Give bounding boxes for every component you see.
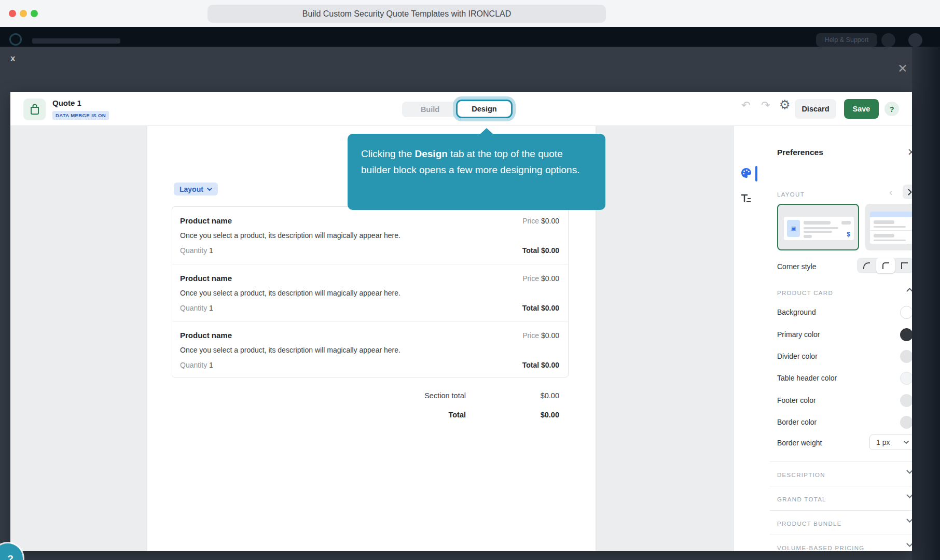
layout-thumbnail-card: ▣ $	[784, 217, 854, 240]
product-price: Price $0.00	[522, 331, 559, 340]
chevron-down-icon	[906, 519, 912, 523]
product-description: Once you select a product, its descripti…	[180, 231, 400, 240]
product-name: Product name	[180, 274, 232, 283]
preferences-panel: Preferences ✕ LAYOUT ‹ ▣ $	[758, 126, 912, 551]
chevron-down-icon	[906, 470, 912, 474]
divider-color-swatch[interactable]	[900, 350, 912, 363]
quote-title: Quote 1	[52, 99, 81, 107]
tab-design[interactable]: Design	[458, 101, 511, 117]
footer-color-swatch[interactable]	[900, 394, 912, 407]
backdrop-right	[912, 47, 940, 560]
dimmed-app-header: Help & Support	[0, 27, 940, 47]
dollar-icon: $	[847, 231, 850, 238]
redo-icon[interactable]: ↷	[761, 99, 770, 111]
app-name-dimmed	[32, 38, 120, 44]
editor-canvas: Layout Product name Price $0.00 Once you…	[10, 126, 734, 551]
primary-color-swatch[interactable]	[900, 328, 912, 341]
grand-total-section-header[interactable]: GRAND TOTAL	[777, 494, 912, 503]
layout-thumbnail-table	[870, 212, 912, 244]
layout-next-button[interactable]	[903, 185, 912, 199]
quote-builder-modal: Quote 1 DATA MERGE IS ON Build Design ↶ …	[10, 92, 912, 551]
close-window-button[interactable]	[9, 10, 16, 17]
corner-style-square[interactable]	[895, 258, 912, 273]
section-total-value: $0.00	[541, 391, 559, 400]
undo-icon[interactable]: ↶	[741, 99, 751, 111]
chevron-down-icon	[906, 494, 912, 498]
corner-style-soft[interactable]	[876, 258, 895, 273]
corner-style-round[interactable]	[857, 258, 876, 273]
chevron-down-icon	[904, 441, 909, 444]
product-name: Product name	[180, 331, 232, 340]
product-price: Price $0.00	[522, 217, 559, 225]
product-quantity: Quantity 1	[180, 246, 213, 255]
preferences-icon-rail	[734, 126, 758, 551]
background-color-swatch[interactable]	[900, 306, 912, 319]
product-card-section-header[interactable]: PRODUCT CARD	[777, 288, 912, 297]
data-merge-badge: DATA MERGE IS ON	[52, 111, 109, 120]
product-total: Total $0.00	[522, 304, 559, 312]
layout-option-table[interactable]	[865, 204, 912, 250]
overlay-logo: x	[10, 53, 15, 64]
product-quantity: Quantity 1	[180, 304, 213, 312]
help-button[interactable]: ?	[884, 102, 899, 116]
preferences-title: Preferences	[777, 148, 823, 157]
layout-prev-icon[interactable]: ‹	[889, 186, 893, 198]
minimize-window-button[interactable]	[20, 10, 27, 17]
grand-total-value: $0.00	[541, 411, 559, 419]
corner-style-control	[857, 258, 912, 273]
layout-section-label: LAYOUT	[777, 191, 805, 198]
image-icon: ▣	[787, 220, 800, 237]
border-color-swatch[interactable]	[900, 416, 912, 429]
avatar-dimmed	[908, 33, 922, 47]
app-logo-icon	[9, 33, 22, 46]
product-total: Total $0.00	[522, 246, 559, 255]
border-weight-label: Border weight	[777, 439, 822, 447]
palette-icon[interactable]	[740, 167, 752, 179]
tab-build[interactable]: Build	[402, 102, 458, 117]
product-price: Price $0.00	[522, 274, 559, 283]
chevron-down-icon	[207, 188, 212, 191]
border-weight-select[interactable]: 1 px	[869, 435, 912, 450]
macos-titlebar: Build Custom Security Quote Templates wi…	[0, 0, 940, 27]
table-header-color-swatch[interactable]	[900, 372, 912, 385]
product-description: Once you select a product, its descripti…	[180, 289, 400, 297]
chevron-down-icon	[906, 543, 912, 547]
discard-button[interactable]: Discard	[795, 99, 836, 119]
save-button[interactable]: Save	[844, 99, 879, 119]
product-name: Product name	[180, 216, 232, 225]
help-support-button-dimmed: Help & Support	[816, 33, 877, 47]
product-bundle-section-header[interactable]: PRODUCT BUNDLE	[777, 519, 912, 528]
product-row[interactable]: Product name Price $0.00 Once you select…	[172, 321, 568, 378]
volume-based-pricing-section-header[interactable]: VOLUME-BASED PRICING	[777, 543, 912, 551]
section-total-label: Section total	[424, 391, 466, 400]
product-row[interactable]: Product name Price $0.00 Once you select…	[172, 264, 568, 321]
grand-total-label: Total	[448, 411, 466, 419]
overlay-close-icon[interactable]: ✕	[896, 62, 909, 75]
chevron-up-icon	[906, 288, 912, 292]
product-quantity: Quantity 1	[180, 361, 213, 369]
modal-header: Quote 1 DATA MERGE IS ON Build Design ↶ …	[10, 92, 912, 126]
product-total: Total $0.00	[522, 361, 559, 369]
layout-option-card-selected[interactable]: ▣ $	[777, 204, 859, 250]
gear-icon[interactable]: ⚙	[779, 97, 791, 112]
zoom-window-button[interactable]	[31, 10, 38, 17]
product-card: Product name Price $0.00 Once you select…	[172, 206, 569, 377]
shopping-bag-icon	[23, 99, 46, 120]
corner-style-label: Corner style	[777, 262, 816, 271]
chevron-right-icon	[908, 189, 912, 195]
product-description: Once you select a product, its descripti…	[180, 346, 400, 354]
coachmark-tooltip: Clicking the Design tab at the top of th…	[348, 134, 605, 210]
product-row[interactable]: Product name Price $0.00 Once you select…	[172, 207, 568, 264]
description-section-header[interactable]: DESCRIPTION	[777, 470, 912, 479]
layout-dropdown-button[interactable]: Layout	[174, 183, 218, 195]
preferences-close-icon[interactable]: ✕	[906, 147, 912, 158]
window-title: Build Custom Security Quote Templates wi…	[208, 5, 606, 23]
active-tab-indicator	[755, 166, 757, 181]
bell-icon-dimmed	[881, 33, 895, 47]
typography-icon[interactable]	[740, 193, 752, 204]
